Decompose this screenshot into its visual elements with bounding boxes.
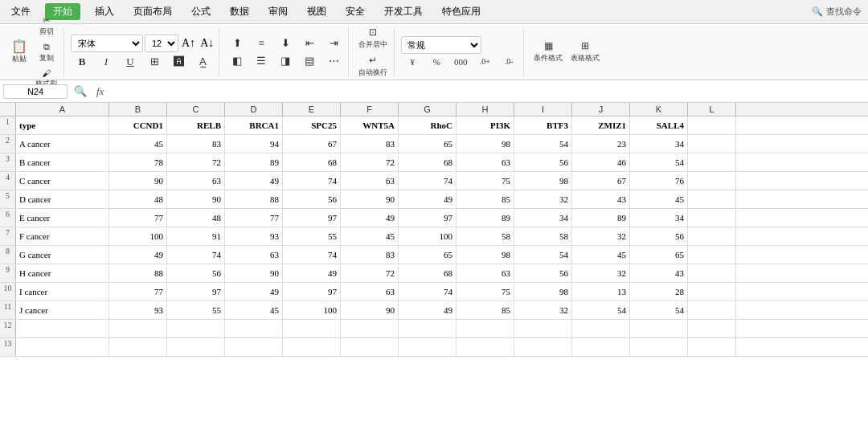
table-cell[interactable]: 98 [457, 135, 514, 153]
table-cell[interactable]: 49 [341, 209, 399, 227]
indent-decrease-button[interactable]: ⇤ [298, 35, 321, 51]
table-cell[interactable]: 89 [225, 153, 283, 171]
table-cell[interactable]: 49 [225, 283, 283, 300]
decimal-increase-button[interactable]: .0+ [473, 55, 496, 67]
col-header-k[interactable]: K [630, 103, 688, 116]
col-header-l[interactable]: L [688, 103, 736, 116]
table-cell[interactable]: BTF3 [514, 116, 572, 134]
table-cell[interactable]: 48 [109, 190, 167, 208]
wrap-text-button[interactable]: ↵ 自动换行 [355, 53, 391, 80]
table-cell[interactable] [688, 264, 736, 282]
table-cell[interactable] [688, 338, 736, 356]
table-cell[interactable]: 56 [283, 190, 341, 208]
table-cell[interactable]: 72 [341, 153, 399, 171]
col-header-a[interactable]: A [16, 103, 109, 116]
table-cell[interactable] [688, 116, 736, 134]
font-size-selector[interactable]: 12 [145, 35, 178, 52]
table-cell[interactable]: 89 [572, 209, 630, 227]
table-cell[interactable]: 46 [572, 153, 630, 171]
table-cell[interactable] [16, 320, 109, 337]
table-cell[interactable]: 49 [399, 190, 457, 208]
table-cell[interactable]: 54 [630, 153, 688, 171]
table-cell[interactable]: 75 [457, 172, 514, 190]
font-grow-button[interactable]: A↑ [180, 37, 197, 50]
font-name-selector[interactable]: 宋体 [71, 35, 143, 52]
table-cell[interactable]: 74 [399, 283, 457, 300]
table-cell[interactable]: 43 [630, 264, 688, 282]
table-cell[interactable]: 97 [283, 283, 341, 300]
table-cell[interactable] [167, 320, 225, 337]
align-right-button[interactable]: ◨ [274, 53, 297, 69]
justify-button[interactable]: ▤ [298, 53, 321, 69]
table-cell[interactable] [109, 338, 167, 356]
align-middle-button[interactable]: ≡ [250, 35, 272, 51]
col-header-d[interactable]: D [225, 103, 283, 116]
table-cell[interactable] [688, 320, 736, 337]
table-cell[interactable] [514, 320, 572, 337]
table-cell[interactable]: 58 [514, 227, 572, 245]
copy-button[interactable]: ⧉ 复制 [32, 40, 60, 65]
table-cell[interactable]: 94 [225, 135, 283, 153]
table-cell[interactable] [688, 153, 736, 171]
table-cell[interactable]: 54 [630, 301, 688, 319]
table-cell[interactable]: 28 [630, 283, 688, 300]
bold-button[interactable]: B [71, 54, 93, 70]
table-cell[interactable] [572, 338, 630, 356]
table-cell[interactable]: ZMIZ1 [572, 116, 630, 134]
table-cell[interactable]: BRCA1 [225, 116, 283, 134]
table-cell[interactable]: 77 [225, 209, 283, 227]
table-cell[interactable] [16, 338, 109, 356]
table-cell[interactable]: 32 [514, 301, 572, 319]
thousands-button[interactable]: 000 [449, 55, 472, 68]
table-cell[interactable]: 63 [457, 153, 514, 171]
table-cell[interactable]: 63 [167, 172, 225, 190]
table-cell[interactable]: 58 [457, 227, 514, 245]
table-cell[interactable] [688, 283, 736, 300]
search-area[interactable]: 🔍 查找命令 [812, 6, 862, 18]
decimal-decrease-button[interactable]: .0- [497, 55, 520, 67]
italic-button[interactable]: I [95, 54, 117, 70]
table-cell[interactable]: 85 [457, 301, 514, 319]
table-cell[interactable] [225, 320, 283, 337]
table-cell[interactable]: 63 [341, 172, 399, 190]
table-cell[interactable]: 74 [167, 246, 225, 264]
table-cell[interactable]: 90 [225, 264, 283, 282]
table-cell[interactable]: 56 [630, 227, 688, 245]
table-cell[interactable]: 100 [399, 227, 457, 245]
table-cell[interactable]: WNT5A [341, 116, 399, 134]
table-cell[interactable] [167, 338, 225, 356]
col-header-c[interactable]: C [167, 103, 225, 116]
number-format-selector[interactable]: 常规 [401, 36, 481, 54]
table-cell[interactable]: 65 [630, 246, 688, 264]
table-cell[interactable]: 85 [457, 190, 514, 208]
table-cell[interactable]: 45 [341, 227, 399, 245]
col-header-e[interactable]: E [283, 103, 341, 116]
table-cell[interactable] [399, 320, 457, 337]
formula-input[interactable] [110, 84, 865, 99]
distributed-button[interactable]: ⋯ [322, 53, 345, 69]
table-cell[interactable]: 43 [572, 190, 630, 208]
table-cell[interactable]: 54 [514, 246, 572, 264]
table-cell[interactable]: 34 [514, 209, 572, 227]
table-cell[interactable]: 98 [514, 283, 572, 300]
table-cell[interactable]: 49 [283, 264, 341, 282]
table-cell[interactable] [514, 338, 572, 356]
table-cell[interactable]: 89 [457, 209, 514, 227]
table-cell[interactable]: 45 [225, 301, 283, 319]
col-header-i[interactable]: I [514, 103, 572, 116]
table-cell[interactable]: 74 [283, 172, 341, 190]
table-cell[interactable]: 54 [514, 135, 572, 153]
table-cell[interactable]: 32 [572, 264, 630, 282]
table-cell[interactable]: 83 [341, 135, 399, 153]
table-cell[interactable]: type [16, 116, 109, 134]
table-cell[interactable]: 77 [109, 283, 167, 300]
underline-button[interactable]: U [119, 54, 141, 70]
table-cell[interactable]: 45 [109, 135, 167, 153]
table-cell[interactable]: 93 [225, 227, 283, 245]
table-cell[interactable]: 88 [225, 190, 283, 208]
table-cell[interactable]: 67 [283, 135, 341, 153]
table-cell[interactable]: 90 [341, 301, 399, 319]
table-cell[interactable]: SALL4 [630, 116, 688, 134]
cut-button[interactable]: ✂ 剪切 [32, 14, 60, 39]
table-cell[interactable]: 88 [109, 264, 167, 282]
